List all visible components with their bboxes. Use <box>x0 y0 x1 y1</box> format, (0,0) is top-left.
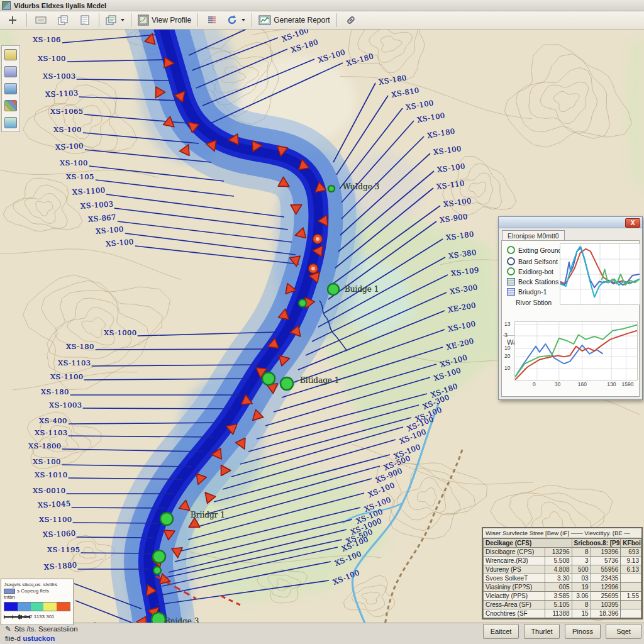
geometry-tool-icon[interactable] <box>4 66 17 77</box>
add-button[interactable] <box>3 12 23 28</box>
chart-button[interactable]: Thurlet <box>524 624 560 639</box>
bridge-marker[interactable] <box>153 550 165 563</box>
cross-section-label: XS-1045 <box>38 499 71 510</box>
stations-table-button[interactable] <box>202 12 222 28</box>
bridge-marker[interactable] <box>299 299 306 307</box>
row-value: 9.13 <box>621 557 641 565</box>
bridge-marker[interactable] <box>328 284 339 295</box>
row-value: 3.30 <box>545 574 572 583</box>
select-rectangle-button[interactable] <box>31 12 51 28</box>
legend-item-bridge[interactable]: Briudgn-1 <box>507 288 547 296</box>
row-value <box>621 601 641 609</box>
close-icon[interactable]: X <box>625 218 640 228</box>
bridge-marker[interactable] <box>153 567 161 574</box>
row-value: 5.508 <box>545 557 572 565</box>
link-button[interactable] <box>341 12 361 28</box>
row-value: 10395 <box>591 601 621 609</box>
bridge-grid-icon <box>507 288 515 296</box>
ground-ring-icon <box>507 246 515 254</box>
table-row[interactable]: Svoes SolkeeT3.300323435 <box>484 574 641 583</box>
row-value: 55956 <box>591 565 621 574</box>
cross-section-label: XS-1065 <box>50 107 83 116</box>
wse-chart <box>514 321 638 380</box>
refresh-icon <box>226 14 238 26</box>
legend-item-beck-stations[interactable]: Beck Stations <box>507 278 558 286</box>
status-link[interactable]: ustuckon <box>23 635 55 642</box>
row-label: Vieiactty (PPS) <box>484 592 545 601</box>
row-value: 3 <box>572 557 591 565</box>
cross-section-label: XS-1100 <box>39 515 72 524</box>
refresh-dropdown-caret[interactable] <box>242 19 245 21</box>
cross-section-label: XS-106 <box>33 35 61 44</box>
set-button[interactable]: Sqet <box>606 624 641 639</box>
legend-item-bank-stations[interactable]: Bard Seifsont <box>507 257 558 265</box>
row-value: 4.808 <box>545 565 572 574</box>
cross-section-label: XS-400 <box>39 416 67 425</box>
results-tool-icon[interactable] <box>4 117 17 128</box>
row-value: 13296 <box>545 548 572 557</box>
refresh-button[interactable] <box>224 12 248 28</box>
generate-report-button[interactable]: Generate Report <box>256 12 332 28</box>
y-tick-label: 13 <box>504 321 510 327</box>
x-tick-label: 30 <box>555 381 560 387</box>
table-row[interactable]: Vdureny (PS4.808500559566.13 <box>484 565 641 574</box>
legend-line3: tntbn <box>4 594 70 600</box>
legend-item-existing-ground[interactable]: Exiting Ground <box>507 246 562 254</box>
table-row[interactable]: Wrencaire.(R3)5.508357369.13 <box>484 557 641 565</box>
layers-button[interactable] <box>103 12 127 28</box>
print-button[interactable]: Pinoss <box>565 624 601 639</box>
row-value: 12996 <box>591 583 621 592</box>
edit-button[interactable]: Eaitcet <box>483 624 519 639</box>
row-value: 1.55 <box>621 592 641 601</box>
table-row[interactable]: Cress-Area (SF)5.105810395 <box>484 601 641 609</box>
cross-section-label: XS-1060 <box>43 529 76 540</box>
row-value <box>621 583 641 592</box>
table-row[interactable]: Viasininy (FP?S)0051912996 <box>484 583 641 592</box>
small-table-icon <box>207 15 217 25</box>
row-label: Vdureny (PS <box>484 565 545 574</box>
legend-item-existing-bot[interactable]: Exidiorg-bot <box>507 267 553 275</box>
profile-window-tab[interactable]: Elronipse M0mtt0 <box>502 230 565 241</box>
bridge-marker[interactable] <box>280 377 293 390</box>
row-value: 25695 <box>591 592 621 601</box>
y-tick-label: 20 <box>504 353 510 359</box>
view-profile-button[interactable]: View Profile <box>135 12 194 28</box>
cross-section-label: XS-100 <box>53 125 82 134</box>
window-title: Vidurbs Eldxes Iiyalis Mcdel <box>14 2 106 9</box>
main-toolbar: View Profile Generate Report <box>0 11 644 30</box>
flow-tool-icon[interactable] <box>4 83 17 94</box>
layers-tool-icon[interactable] <box>4 100 17 111</box>
status-prefix: fiie-d <box>5 635 23 642</box>
profile-window-titlebar[interactable]: X <box>499 217 642 228</box>
document-button[interactable] <box>75 12 95 28</box>
generate-report-label: Generate Report <box>274 16 330 25</box>
row-value: 5.105 <box>545 601 572 609</box>
cross-section-chart <box>560 243 640 305</box>
bridge-marker[interactable] <box>328 186 335 192</box>
cross-section-label: XS-1010 <box>35 470 67 479</box>
copy-button[interactable] <box>53 12 73 28</box>
layers-dropdown-caret[interactable] <box>121 19 125 21</box>
row-label: Cress-Area (SF) <box>484 601 545 609</box>
bridge-marker[interactable] <box>152 613 165 623</box>
bridge-marker[interactable] <box>262 372 275 385</box>
cross-section-label: XS-1195 <box>47 545 80 554</box>
open-tool-icon[interactable] <box>4 49 17 60</box>
table-row[interactable]: Cnochtires (SF113881518.396 <box>484 609 641 618</box>
table-row[interactable]: Discibagre (CPS)13296819396693 <box>484 548 641 557</box>
header-kfbox: KFboix <box>621 539 641 548</box>
bridge-marker[interactable] <box>160 513 173 525</box>
cross-section-label: XS-180 <box>66 342 94 351</box>
row-value: 8 <box>572 548 591 557</box>
row-value: 500 <box>572 565 591 574</box>
row-label: Svoes SolkeeT <box>484 574 545 583</box>
table-row[interactable]: Vieiactty (PPS)3:5853.06256951.55 <box>484 592 641 601</box>
row-value: 15 <box>572 609 591 618</box>
row-value: 19 <box>572 583 591 592</box>
row-value: 005 <box>545 583 572 592</box>
profile-plot-window[interactable]: X Elronipse M0mtt0 Exiting Ground Bard S… <box>498 216 643 400</box>
row-value: 8 <box>572 601 591 609</box>
title-bar[interactable]: Vidurbs Eldxes Iiyalis Mcdel <box>0 0 644 11</box>
results-table-title: Wiser Survfecte Stree [Bew (IF] —— Vievc… <box>483 528 641 538</box>
bot-ring-icon <box>507 267 515 275</box>
